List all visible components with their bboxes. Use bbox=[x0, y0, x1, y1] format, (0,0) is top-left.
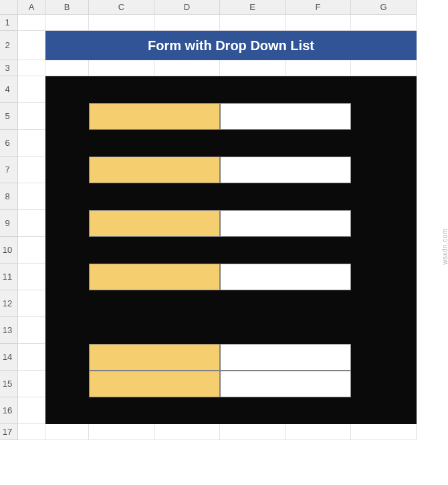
cell-a1[interactable] bbox=[18, 15, 45, 31]
row-header-15[interactable]: 15 bbox=[0, 371, 18, 397]
cell-f10[interactable] bbox=[286, 237, 351, 264]
cell-b3[interactable] bbox=[45, 60, 89, 76]
form-label-3[interactable] bbox=[89, 210, 220, 237]
cell-a3[interactable] bbox=[18, 60, 45, 76]
cell-c4[interactable] bbox=[89, 76, 154, 103]
cell-a12[interactable] bbox=[18, 290, 45, 317]
col-header-e[interactable]: E bbox=[220, 0, 286, 15]
cell-b12[interactable] bbox=[45, 290, 89, 317]
cell-g8[interactable] bbox=[351, 183, 417, 210]
cell-c6[interactable] bbox=[89, 130, 154, 157]
cell-d13[interactable] bbox=[154, 317, 220, 344]
cell-c17[interactable] bbox=[89, 424, 154, 440]
form-label-6[interactable] bbox=[89, 371, 220, 397]
cell-a10[interactable] bbox=[18, 237, 45, 264]
col-header-f[interactable]: F bbox=[286, 0, 351, 15]
cell-a5[interactable] bbox=[18, 103, 45, 130]
form-label-4[interactable] bbox=[89, 264, 220, 290]
form-input-2[interactable] bbox=[220, 157, 351, 183]
cell-g13[interactable] bbox=[351, 317, 417, 344]
cell-c8[interactable] bbox=[89, 183, 154, 210]
form-label-1[interactable] bbox=[89, 103, 220, 130]
row-header-4[interactable]: 4 bbox=[0, 76, 18, 103]
form-label-2[interactable] bbox=[89, 157, 220, 183]
cell-g6[interactable] bbox=[351, 130, 417, 157]
cell-e1[interactable] bbox=[220, 15, 286, 31]
cell-e8[interactable] bbox=[220, 183, 286, 210]
cell-b7[interactable] bbox=[45, 157, 89, 183]
cell-f13[interactable] bbox=[286, 317, 351, 344]
cell-a6[interactable] bbox=[18, 130, 45, 157]
cell-g3[interactable] bbox=[351, 60, 417, 76]
row-header-3[interactable]: 3 bbox=[0, 60, 18, 76]
cell-a16[interactable] bbox=[18, 397, 45, 424]
cell-f17[interactable] bbox=[286, 424, 351, 440]
cell-g7[interactable] bbox=[351, 157, 417, 183]
cell-f8[interactable] bbox=[286, 183, 351, 210]
row-header-8[interactable]: 8 bbox=[0, 183, 18, 210]
cell-f3[interactable] bbox=[286, 60, 351, 76]
cell-c12[interactable] bbox=[89, 290, 154, 317]
row-header-5[interactable]: 5 bbox=[0, 103, 18, 130]
cell-b6[interactable] bbox=[45, 130, 89, 157]
cell-e17[interactable] bbox=[220, 424, 286, 440]
row-header-1[interactable]: 1 bbox=[0, 15, 18, 31]
cell-d17[interactable] bbox=[154, 424, 220, 440]
cell-b9[interactable] bbox=[45, 210, 89, 237]
cell-e16[interactable] bbox=[220, 397, 286, 424]
cell-b13[interactable] bbox=[45, 317, 89, 344]
cell-e10[interactable] bbox=[220, 237, 286, 264]
cell-b15[interactable] bbox=[45, 371, 89, 397]
cell-e6[interactable] bbox=[220, 130, 286, 157]
row-header-13[interactable]: 13 bbox=[0, 317, 18, 344]
cell-e13[interactable] bbox=[220, 317, 286, 344]
cell-a13[interactable] bbox=[18, 317, 45, 344]
cell-a9[interactable] bbox=[18, 210, 45, 237]
cell-g14[interactable] bbox=[351, 344, 417, 371]
cell-f1[interactable] bbox=[286, 15, 351, 31]
cell-b16[interactable] bbox=[45, 397, 89, 424]
cell-g9[interactable] bbox=[351, 210, 417, 237]
cell-a11[interactable] bbox=[18, 264, 45, 290]
cell-d1[interactable] bbox=[154, 15, 220, 31]
cell-b11[interactable] bbox=[45, 264, 89, 290]
cell-d3[interactable] bbox=[154, 60, 220, 76]
cell-g17[interactable] bbox=[351, 424, 417, 440]
cell-d8[interactable] bbox=[154, 183, 220, 210]
cell-g15[interactable] bbox=[351, 371, 417, 397]
cell-g11[interactable] bbox=[351, 264, 417, 290]
col-header-g[interactable]: G bbox=[351, 0, 417, 15]
cell-a15[interactable] bbox=[18, 371, 45, 397]
cell-e3[interactable] bbox=[220, 60, 286, 76]
form-title[interactable]: Form with Drop Down List bbox=[45, 31, 417, 60]
cell-c13[interactable] bbox=[89, 317, 154, 344]
cell-c16[interactable] bbox=[89, 397, 154, 424]
cell-a14[interactable] bbox=[18, 344, 45, 371]
cell-a2[interactable] bbox=[18, 31, 45, 60]
cell-b17[interactable] bbox=[45, 424, 89, 440]
form-label-5[interactable] bbox=[89, 344, 220, 371]
cell-a4[interactable] bbox=[18, 76, 45, 103]
cell-b8[interactable] bbox=[45, 183, 89, 210]
cell-d6[interactable] bbox=[154, 130, 220, 157]
row-header-7[interactable]: 7 bbox=[0, 157, 18, 183]
cell-a17[interactable] bbox=[18, 424, 45, 440]
row-header-6[interactable]: 6 bbox=[0, 130, 18, 157]
select-all-corner[interactable] bbox=[0, 0, 18, 15]
row-header-2[interactable]: 2 bbox=[0, 31, 18, 60]
cell-g10[interactable] bbox=[351, 237, 417, 264]
row-header-17[interactable]: 17 bbox=[0, 424, 18, 440]
cell-b1[interactable] bbox=[45, 15, 89, 31]
cell-c10[interactable] bbox=[89, 237, 154, 264]
cell-g12[interactable] bbox=[351, 290, 417, 317]
cell-b5[interactable] bbox=[45, 103, 89, 130]
cell-d16[interactable] bbox=[154, 397, 220, 424]
row-header-12[interactable]: 12 bbox=[0, 290, 18, 317]
cell-f12[interactable] bbox=[286, 290, 351, 317]
cell-g1[interactable] bbox=[351, 15, 417, 31]
row-header-11[interactable]: 11 bbox=[0, 264, 18, 290]
cell-b14[interactable] bbox=[45, 344, 89, 371]
form-input-5[interactable] bbox=[220, 344, 351, 371]
cell-g5[interactable] bbox=[351, 103, 417, 130]
cell-d4[interactable] bbox=[154, 76, 220, 103]
